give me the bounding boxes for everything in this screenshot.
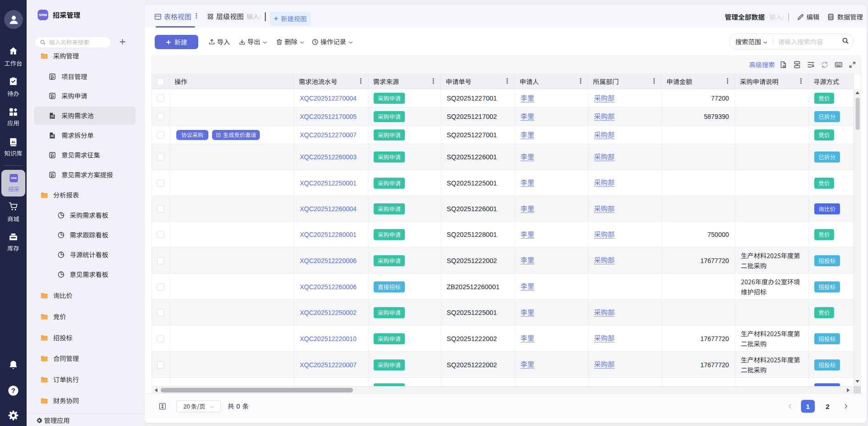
svg-text:AI: AI xyxy=(11,140,15,144)
svg-text:?: ? xyxy=(11,387,15,394)
